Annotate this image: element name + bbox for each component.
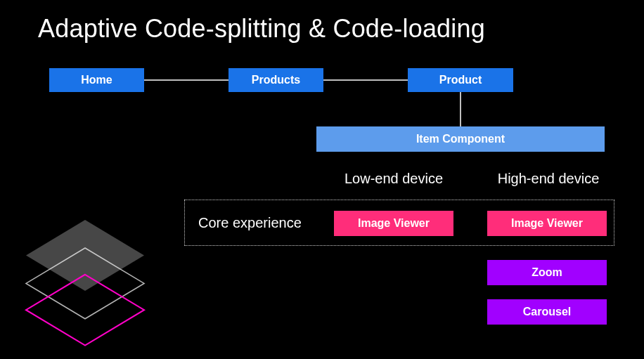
node-item-component: Item Component — [316, 126, 605, 152]
module-low-image-viewer: Image Viewer — [334, 211, 453, 236]
node-label: Home — [81, 74, 112, 86]
diagram-stage: Adaptive Code-splitting & Code-loading H… — [0, 0, 644, 359]
node-home: Home — [49, 68, 144, 92]
node-label: Zoom — [532, 266, 562, 279]
module-high-image-viewer: Image Viewer — [487, 211, 607, 236]
node-label: Image Viewer — [358, 217, 430, 230]
node-label: Products — [252, 74, 300, 86]
page-title: Adaptive Code-splitting & Code-loading — [38, 14, 485, 44]
module-high-zoom: Zoom — [487, 260, 607, 285]
node-label: Product — [439, 74, 482, 86]
svg-marker-3 — [26, 220, 144, 291]
node-product: Product — [408, 68, 513, 92]
module-high-carousel: Carousel — [487, 299, 607, 325]
column-header-low: Low-end device — [330, 171, 457, 187]
layers-icon — [11, 204, 159, 351]
node-label: Item Component — [416, 133, 505, 145]
node-label: Image Viewer — [511, 217, 583, 230]
column-header-high: High-end device — [485, 171, 612, 187]
core-experience-label: Core experience — [198, 215, 302, 231]
node-products: Products — [228, 68, 323, 92]
node-label: Carousel — [523, 306, 571, 318]
